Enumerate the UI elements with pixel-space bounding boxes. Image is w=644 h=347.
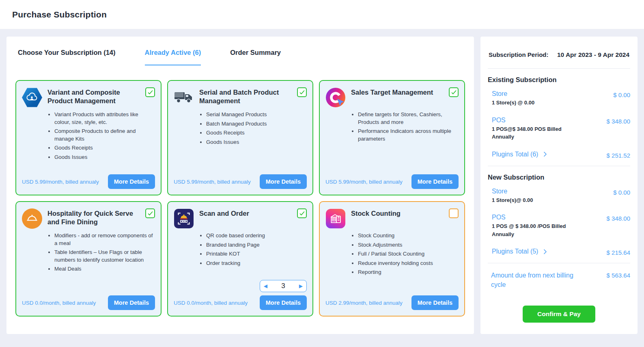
chevron-right-icon xyxy=(542,249,548,255)
quantity-value: 3 xyxy=(281,282,285,290)
new-subscription-section: New Subscription Store 1 Store(s)@ 0.00 … xyxy=(488,174,630,257)
existing-pos-detail: 1 POS@$ 348.00 POS Billed Annually xyxy=(492,125,583,141)
target-cursor-icon xyxy=(325,87,346,108)
price-text: USD 5.99/month, billed annualy xyxy=(174,179,251,189)
card-checkbox-checked[interactable] xyxy=(145,87,155,97)
existing-plugins-total-link[interactable]: Plugins Total (6) xyxy=(492,151,548,158)
existing-store-link[interactable]: Store xyxy=(492,90,534,98)
existing-store-row: Store 1 Store(s) @ 0.00 $ 0.00 xyxy=(488,90,630,107)
more-details-button[interactable]: More Details xyxy=(260,295,307,310)
more-details-button[interactable]: More Details xyxy=(108,174,155,189)
plugin-card-scan-order: Scan and Order QR code based ordering Br… xyxy=(167,201,313,317)
existing-plugins-total-amount: $ 251.52 xyxy=(607,151,630,159)
divider xyxy=(488,166,630,166)
existing-store-detail: 1 Store(s) @ 0.00 xyxy=(492,99,534,107)
feature-item: Composite Products to define and manage … xyxy=(54,128,155,143)
new-store-link[interactable]: Store xyxy=(492,188,533,195)
feature-item: Goods Receipts xyxy=(206,129,307,137)
new-store-row: Store 1 Store(s)@ 0.00 $ 0.00 xyxy=(488,188,630,204)
more-details-button[interactable]: More Details xyxy=(411,174,459,189)
feature-item: Branded landing Page xyxy=(206,241,307,249)
price-text: USD 2.99/month, billed annualy xyxy=(325,300,403,310)
order-summary-sidebar: Subscription Period: 10 Apr 2023 - 9 Apr… xyxy=(480,37,638,334)
feature-item: Reporting xyxy=(358,269,459,276)
card-checkbox-checked[interactable] xyxy=(449,87,459,97)
amount-due-row: Amount due from next billing cycle $ 563… xyxy=(488,271,630,289)
feature-item: Goods Issues xyxy=(54,154,155,161)
new-pos-detail: 1 POS @ $ 348.00 /POS Billed Annually xyxy=(492,222,583,238)
card-checkbox-checked[interactable] xyxy=(145,208,155,218)
decrement-arrow-icon[interactable]: ◀ xyxy=(264,284,267,288)
feature-item: Modifiers - add or remove components of … xyxy=(54,232,155,247)
warehouse-icon xyxy=(325,208,346,229)
price-text: USD 5.99/month, billed annualy xyxy=(325,179,403,189)
card-title: Variant and Composite Product Management xyxy=(47,87,140,105)
increment-arrow-icon[interactable]: ▶ xyxy=(299,284,303,288)
more-details-button[interactable]: More Details xyxy=(260,174,307,189)
feature-item: Variant Products with attributes like co… xyxy=(54,111,155,126)
top-bar: Purchase Subscription xyxy=(0,0,644,29)
feature-item: Printable KOT xyxy=(206,250,307,258)
card-checkbox-checked[interactable] xyxy=(297,87,307,97)
card-checkbox-checked[interactable] xyxy=(297,208,307,218)
feature-list: Stock Counting Stock Adjustments Full / … xyxy=(351,232,459,278)
feature-item: Goods Issues xyxy=(206,139,307,146)
card-title: Hospitality for Quick Serve and Fine Din… xyxy=(47,208,140,226)
new-store-amount: $ 0.00 xyxy=(613,188,630,204)
card-title: Serial and Batch Product Management xyxy=(199,87,292,105)
new-plugins-total-link[interactable]: Plugins Total (5) xyxy=(492,248,548,255)
feature-item: Performance Indicators across multiple p… xyxy=(358,128,459,143)
price-text: USD 0.0/month, billed annualy xyxy=(174,300,248,310)
card-title: Stock Counting xyxy=(351,208,444,218)
existing-pos-link[interactable]: POS xyxy=(492,117,583,124)
feature-item: Order tracking xyxy=(206,260,307,267)
more-details-button[interactable]: More Details xyxy=(108,295,155,310)
amount-due-label: Amount due from next billing cycle xyxy=(491,271,586,289)
divider xyxy=(488,263,630,263)
feature-list: Serial Managed Products Batch Managed Pr… xyxy=(200,111,307,147)
new-pos-link[interactable]: POS xyxy=(492,214,583,221)
plugin-card-variant-composite: Variant and Composite Product Management… xyxy=(15,80,162,195)
amount-due-value: $ 563.64 xyxy=(607,271,630,289)
new-subscription-heading: New Subscription xyxy=(488,174,630,181)
subscription-period-row: Subscription Period: 10 Apr 2023 - 9 Apr… xyxy=(488,46,630,62)
tab-already-active[interactable]: Already Active (6) xyxy=(145,49,201,65)
plugin-card-stock-counting: Stock Counting Stock Counting Stock Adju… xyxy=(319,201,465,317)
feature-item: Stock Adjustments xyxy=(358,241,459,249)
truck-icon xyxy=(174,87,194,108)
feature-item: Table Identifiers – Use Flags or table n… xyxy=(54,249,155,264)
tab-choose-your-subscription[interactable]: Choose Your Subscription (14) xyxy=(18,49,116,65)
quantity-stepper[interactable]: ◀ 3 ▶ xyxy=(260,280,307,292)
card-checkbox-unchecked[interactable] xyxy=(449,208,459,218)
cloud-user-hexagon-icon xyxy=(22,87,42,108)
new-pos-amount: $ 348.00 xyxy=(607,214,630,238)
new-plugins-total-amount: $ 215.64 xyxy=(607,248,630,256)
feature-item: Batch Managed Products xyxy=(206,120,307,128)
more-details-button[interactable]: More Details xyxy=(411,295,459,310)
feature-item: Meal Deals xyxy=(54,265,155,273)
feature-item: Define targets for Stores, Cashiers, Pro… xyxy=(358,111,459,126)
feature-item: Full / Partial Stock Counting xyxy=(358,250,459,258)
page-title: Purchase Subscription xyxy=(12,10,107,20)
existing-subscription-heading: Existing Subscription xyxy=(488,76,630,84)
confirm-and-pay-button[interactable]: Confirm & Pay xyxy=(523,306,595,323)
existing-store-amount: $ 0.00 xyxy=(613,90,630,107)
feature-list: Define targets for Stores, Cashiers, Pro… xyxy=(351,111,459,144)
content-area: Choose Your Subscription (14) Already Ac… xyxy=(0,29,644,341)
feature-item: Reduce inventory holding costs xyxy=(358,260,459,267)
existing-pos-amount: $ 348.00 xyxy=(607,117,630,141)
new-store-detail: 1 Store(s)@ 0.00 xyxy=(492,196,533,204)
tab-order-summary[interactable]: Order Summary xyxy=(230,49,281,65)
qr-cloche-icon xyxy=(174,208,194,229)
feature-list: Modifiers - add or remove components of … xyxy=(48,232,155,275)
plugin-card-grid: Variant and Composite Product Management… xyxy=(6,65,474,317)
card-title: Sales Target Management xyxy=(351,87,444,97)
price-text: USD 5.99/month, billed annualy xyxy=(22,179,99,189)
plugin-card-sales-target: Sales Target Management Define targets f… xyxy=(319,80,465,195)
plugin-card-serial-batch: Serial and Batch Product Management Seri… xyxy=(167,80,313,195)
feature-item: QR code based ordering xyxy=(206,232,307,240)
feature-item: Goods Receipts xyxy=(54,144,155,152)
new-pos-row: POS 1 POS @ $ 348.00 /POS Billed Annuall… xyxy=(488,214,630,238)
price-text: USD 0.0/month, billed annualy xyxy=(22,300,96,310)
existing-plugins-row: Plugins Total (6) $ 251.52 xyxy=(488,151,630,159)
